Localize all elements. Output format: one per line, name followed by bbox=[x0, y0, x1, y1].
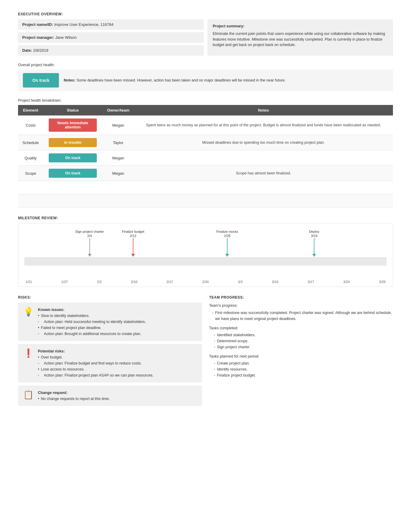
risk-point: Action plan: Finalize budget and find wa… bbox=[38, 360, 154, 366]
health-notes: Notes: Some deadlines have been missed. … bbox=[64, 78, 388, 83]
team-progress-title: TEAM PROGRESS: bbox=[209, 295, 393, 300]
notes-cell: Scope has almost been finalized. bbox=[134, 166, 393, 181]
risk-point: Failed to meet project plan deadline. bbox=[38, 325, 146, 331]
team-progress-list: First milestone was successfully complet… bbox=[209, 310, 393, 322]
milestone-label: Finalize budget bbox=[122, 229, 144, 234]
health-badge: On track bbox=[23, 73, 59, 88]
x-axis-label: 3/24 bbox=[343, 280, 350, 284]
tasks-completed-section: Tasks completed: Identified stakeholders… bbox=[209, 326, 393, 350]
status-cell: In trouble bbox=[43, 135, 103, 150]
x-axis-label: 1/27 bbox=[61, 280, 68, 284]
tasks-planned-section: Tasks planned for next period: Create pr… bbox=[209, 354, 393, 378]
owner-cell: Taylor bbox=[103, 135, 134, 150]
milestone-chart: Sign project charter 2/4 Finalize budget… bbox=[18, 223, 393, 287]
health-notes-label: Notes: bbox=[64, 78, 75, 82]
notes-cell bbox=[134, 150, 393, 166]
overall-health-label: Overall project health: bbox=[18, 63, 393, 67]
risk-point: Action plan: Brought in additional resou… bbox=[38, 331, 146, 337]
overall-health-box: On track Notes: Some deadlines have been… bbox=[18, 69, 393, 91]
status-cell: Needs immediate attention bbox=[43, 115, 103, 135]
empty-cell bbox=[18, 194, 43, 208]
x-axis-label: 1/21 bbox=[26, 280, 32, 284]
risk-point: Lose access to resources. bbox=[38, 366, 154, 372]
project-name-value: Improve User Experience, 116784 bbox=[54, 22, 113, 27]
milestone-line bbox=[314, 238, 314, 254]
risk-point: No change requests to report at this tim… bbox=[38, 396, 110, 402]
x-axis-label: 2/17 bbox=[167, 280, 173, 284]
risk-content: Change request: No change requests to re… bbox=[38, 390, 110, 402]
owner-cell: Megan bbox=[103, 166, 134, 181]
risks-title: RISKS: bbox=[18, 295, 202, 300]
status-badge: On track bbox=[49, 169, 97, 178]
breakdown-row bbox=[18, 181, 393, 194]
project-summary-label: Project summary: bbox=[213, 23, 388, 29]
status-cell: On track bbox=[43, 166, 103, 181]
completed-task: Determined scope. bbox=[214, 338, 393, 344]
breakdown-row: Schedule In trouble Taylor Missed deadli… bbox=[18, 135, 393, 150]
executive-overview-grid: Project name/ID: Improve User Experience… bbox=[18, 19, 393, 56]
col-notes: Notes bbox=[134, 105, 393, 115]
breakdown-row bbox=[18, 194, 393, 208]
notes-cell: Missed deadlines due to spending too muc… bbox=[134, 135, 393, 150]
x-axis-label: 3/3 bbox=[238, 280, 243, 284]
milestone-marker: Finalize budget 2/12 bbox=[122, 229, 144, 257]
risk-content: Potential risks: Over budget.Action plan… bbox=[38, 348, 154, 378]
milestone-timeline: Sign project charter 2/4 Finalize budget… bbox=[24, 229, 387, 278]
risk-icon: 📋 bbox=[23, 390, 34, 400]
date-field: Date: 2/8/2019 bbox=[18, 45, 204, 56]
risk-points: Slow to identify stakeholders.Action pla… bbox=[38, 313, 146, 337]
risk-title: Known issues: bbox=[38, 307, 146, 313]
breakdown-row: Costs Needs immediate attention Megan Sp… bbox=[18, 115, 393, 135]
risks-container: 💡 Known issues: Slow to identify stakeho… bbox=[18, 303, 202, 406]
risk-title: Change request: bbox=[38, 390, 110, 396]
owner-cell: Megan bbox=[103, 150, 134, 166]
empty-cell bbox=[134, 181, 393, 194]
milestone-label: Sign project charter bbox=[75, 229, 104, 234]
tasks-planned-label: Tasks planned for next period: bbox=[209, 354, 393, 358]
tasks-planned-list: Create project plan.Identify resources.F… bbox=[209, 360, 393, 378]
breakdown-table: Element Status Owner/team Notes Costs Ne… bbox=[18, 105, 393, 208]
milestone-line bbox=[227, 238, 228, 254]
tasks-completed-label: Tasks completed: bbox=[209, 326, 393, 330]
status-badge: In trouble bbox=[49, 138, 97, 147]
empty-cell bbox=[103, 181, 134, 194]
milestone-date: 2/12 bbox=[130, 234, 136, 238]
risks-section: RISKS: 💡 Known issues: Slow to identify … bbox=[18, 295, 202, 409]
date-value: 2/8/2019 bbox=[33, 48, 48, 53]
project-summary-text: Eliminate the current pain points that u… bbox=[213, 32, 385, 47]
breakdown-row: Scope On track Megan Scope has almost be… bbox=[18, 166, 393, 181]
risk-item: ❗ Potential risks: Over budget.Action pl… bbox=[18, 344, 202, 383]
milestone-section: MILESTONE REVIEW: Sign project charter 2… bbox=[18, 216, 393, 287]
milestone-date: 2/28 bbox=[224, 234, 230, 238]
x-axis: 1/211/272/32/102/172/243/33/103/173/243/… bbox=[24, 280, 387, 284]
empty-cell bbox=[103, 194, 134, 208]
risk-point: Action plan: Held successful meeting to … bbox=[38, 319, 146, 325]
milestone-label: Deploy bbox=[309, 229, 319, 234]
milestone-date: 2/4 bbox=[87, 234, 92, 238]
overall-health-section: Overall project health: On track Notes: … bbox=[18, 63, 393, 91]
milestone-arrowhead bbox=[312, 254, 316, 257]
milestone-marker: Finalize mocks 2/28 bbox=[216, 229, 238, 257]
risk-icon: ❗ bbox=[23, 348, 34, 358]
risk-item: 📋 Change request: No change requests to … bbox=[18, 386, 202, 406]
completed-task: Sign project charter. bbox=[214, 344, 393, 350]
milestone-marker: Sign project charter 2/4 bbox=[75, 229, 104, 257]
milestone-line bbox=[89, 238, 90, 254]
executive-overview-title: EXECUTIVE OVERVIEW: bbox=[18, 12, 393, 16]
empty-cell bbox=[18, 181, 43, 194]
milestone-arrowhead bbox=[88, 254, 91, 257]
breakdown-section: Project health breakdown: Element Status… bbox=[18, 98, 393, 208]
milestone-date: 3/19 bbox=[311, 234, 317, 238]
project-name-field: Project name/ID: Improve User Experience… bbox=[18, 19, 204, 30]
risk-points: Over budget.Action plan: Finalize budget… bbox=[38, 354, 154, 378]
status-badge: Needs immediate attention bbox=[49, 118, 97, 132]
project-manager-label: Project manager: bbox=[22, 35, 54, 40]
breakdown-section-title: Project health breakdown: bbox=[18, 98, 393, 103]
health-notes-text: Some deadlines have been missed. However… bbox=[76, 78, 286, 82]
risk-icon: 💡 bbox=[23, 307, 34, 317]
date-label: Date: bbox=[22, 48, 32, 53]
status-cell: On track bbox=[43, 150, 103, 166]
element-cell: Costs bbox=[18, 115, 43, 135]
col-element: Element bbox=[18, 105, 43, 115]
milestone-marker: Deploy 3/19 bbox=[309, 229, 319, 257]
